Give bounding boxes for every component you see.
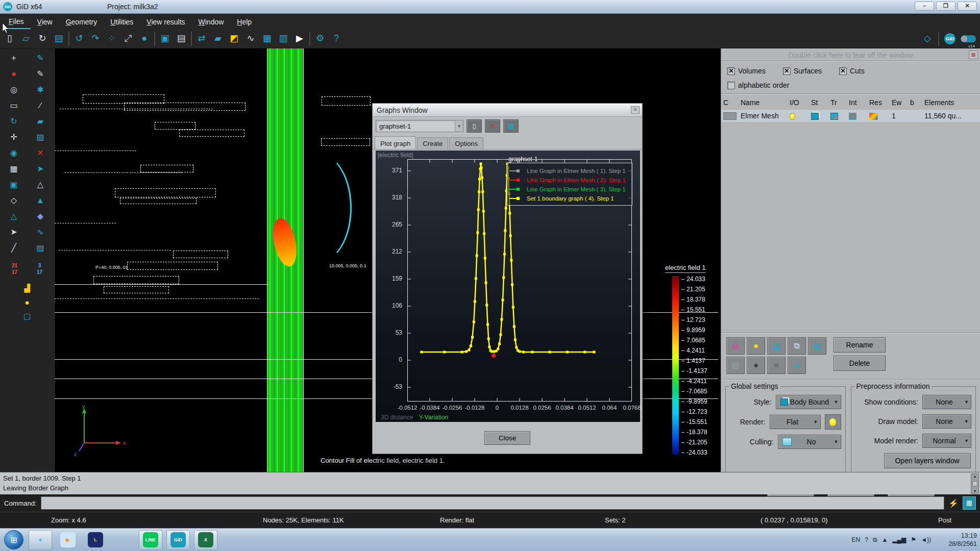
show-conditions-dropdown[interactable]: None ▼ <box>922 395 971 409</box>
delete-button[interactable]: Delete <box>834 356 886 371</box>
message-scrollbar[interactable]: ▲ ▼ <box>971 473 979 494</box>
model-render-dropdown[interactable]: Normal ▼ <box>922 434 971 448</box>
window-tray-icon[interactable]: ⧉ <box>873 536 877 543</box>
excel-icon[interactable]: X <box>194 530 217 550</box>
culling-dropdown[interactable]: No ▼ <box>778 435 841 449</box>
separator[interactable] <box>938 32 939 46</box>
rect-select-tool-icon[interactable]: ▭ <box>2 99 26 113</box>
entity-checkbox[interactable]: ✕ Cuts <box>839 67 865 75</box>
entity-checkbox[interactable]: ✕ Surfaces <box>783 67 822 75</box>
plot-area[interactable]: |electric field| graphset-1 371318265212… <box>376 151 640 422</box>
chevron-down-icon[interactable]: ▼ <box>455 120 463 132</box>
hatch-lines-icon[interactable]: ▨ <box>808 337 826 355</box>
refresh-icon[interactable]: ↻ <box>36 32 49 46</box>
delete-tool-icon[interactable]: ✕ <box>29 146 52 160</box>
visibility-bulb-icon[interactable] <box>790 113 795 120</box>
scroll-thumb[interactable] <box>972 481 977 486</box>
column-header[interactable]: Tr <box>830 98 849 107</box>
render-dropdown[interactable]: Flat ▼ <box>770 415 821 429</box>
hatch-tool-icon[interactable]: ▨ <box>29 131 52 144</box>
grid-teal-icon[interactable]: ▦ <box>767 337 786 355</box>
style-state-icon[interactable] <box>811 113 819 120</box>
star-tool-icon[interactable]: ✱ <box>29 83 52 97</box>
animation-film-icon[interactable]: ▥ <box>277 32 290 46</box>
sets-list[interactable]: CNameI/OStTrIntResEwbElements Elmer Mesh… <box>721 94 980 333</box>
interior-icon[interactable] <box>849 113 856 120</box>
pencil-tool-icon[interactable]: ✎ <box>29 52 52 65</box>
brush-tool-icon[interactable]: ▰ <box>29 115 52 129</box>
column-header[interactable]: St <box>811 98 830 107</box>
point-tool-icon[interactable]: ● <box>2 67 26 81</box>
close-button[interactable]: ✕ <box>958 2 977 11</box>
command-input[interactable] <box>41 496 944 510</box>
color-bars-icon[interactable]: ▟ <box>24 284 30 293</box>
column-header[interactable]: Elements <box>924 98 970 107</box>
help-tray-icon[interactable]: ? <box>865 536 868 543</box>
menu-item[interactable]: Utilities <box>104 15 140 29</box>
separator[interactable] <box>154 32 155 46</box>
column-header[interactable]: Res <box>869 98 892 107</box>
dialog-title-bar[interactable]: Graphs Window ✕ <box>373 104 642 117</box>
dialog-close-button[interactable]: Close <box>484 431 530 445</box>
layers-copy-icon[interactable]: ⧉ <box>788 337 806 355</box>
menu-item[interactable]: Help <box>230 15 258 29</box>
panel-close-icon[interactable]: ⊠ <box>969 51 978 59</box>
graphs-window-icon[interactable]: ∿ <box>244 32 257 46</box>
monitor-icon[interactable]: ▢ <box>23 312 31 321</box>
bulb-off-icon[interactable]: ● <box>747 357 765 374</box>
list-tool-icon[interactable]: ▤ <box>29 241 52 255</box>
x-axis-option-y-variation[interactable]: Y-Variation <box>419 414 448 421</box>
layers-plane-icon[interactable]: ▰ <box>211 32 225 46</box>
language-indicator[interactable]: EN <box>852 536 861 543</box>
entity-checkbox[interactable]: ✕ Volumes <box>727 67 766 75</box>
clear-selection-icon[interactable]: ◇ <box>921 32 934 46</box>
zoom-rotate-eye-icon[interactable]: ↺ <box>72 32 86 46</box>
menu-item[interactable]: View <box>31 15 59 29</box>
surface-tool-icon[interactable]: △ <box>2 210 26 223</box>
calculator-grid-icon[interactable]: ▦ <box>963 496 976 510</box>
checkbox-checked-icon[interactable]: ✕ <box>783 67 791 75</box>
curve-tool-icon[interactable]: ∿ <box>29 226 52 239</box>
zoom-points-eye-icon[interactable]: ⁘ <box>105 32 118 46</box>
zoom-pan-eye-icon[interactable]: ↷ <box>89 32 102 46</box>
frame-view-icon[interactable]: ▦ <box>260 32 274 46</box>
column-header[interactable]: Ew <box>892 98 910 107</box>
column-header[interactable]: b <box>910 98 924 107</box>
move-tool-icon[interactable]: + <box>2 52 26 65</box>
select-tool-icon[interactable]: ➤ <box>2 226 26 239</box>
separator[interactable] <box>309 32 310 46</box>
rename-graphset-icon[interactable]: ▤ <box>503 119 519 133</box>
new-file-icon[interactable]: ▯ <box>3 32 16 46</box>
help-question-icon[interactable]: ? <box>330 32 343 46</box>
maximize-button[interactable]: ❐ <box>936 2 955 11</box>
triangle-tool-icon[interactable]: △ <box>29 178 52 192</box>
model-viewport[interactable]: P=40, 0.005, 0110.005, 0.005, 0.1 y x z … <box>55 48 721 472</box>
rename-button[interactable]: Rename <box>834 337 886 353</box>
dialog-tab[interactable]: Create <box>417 137 448 149</box>
menu-item[interactable]: Window <box>192 15 231 29</box>
color-swatch[interactable] <box>723 112 737 120</box>
checkbox-unchecked-icon[interactable] <box>727 82 735 89</box>
zoom-tool-icon[interactable]: ◎ <box>2 83 26 97</box>
print-icon[interactable]: ▤ <box>175 32 188 46</box>
scroll-down-icon[interactable]: ▼ <box>973 489 977 493</box>
graphset-combobox[interactable]: graphset-1 ▼ <box>376 120 463 132</box>
column-header[interactable]: Name <box>741 98 790 107</box>
dialog-close-icon[interactable]: ✕ <box>631 106 640 114</box>
new-graphset-icon[interactable]: ▯ <box>467 119 482 133</box>
dialog-tab[interactable]: Plot graph <box>375 136 416 149</box>
snapshot-camera-icon[interactable]: ▣ <box>158 32 172 46</box>
pan-tool-icon[interactable]: ✛ <box>2 131 26 144</box>
media-player-icon[interactable]: ▶ <box>56 530 80 550</box>
grid-tool-icon[interactable]: ▦ <box>2 162 26 176</box>
delete-graphset-icon[interactable]: ✕ <box>485 119 500 133</box>
polygon-tool-icon[interactable]: ◇ <box>2 194 26 208</box>
taskbar-clock[interactable]: 13:19 28/8/2561 <box>948 532 977 548</box>
zoom-frame-icon[interactable]: ⤢ <box>121 32 135 46</box>
result-rainbow-icon[interactable] <box>869 113 878 120</box>
table-row[interactable]: Elmer Mesh 1 11,560 qu... <box>721 110 980 122</box>
pick-tool-icon[interactable]: ◉ <box>2 146 26 160</box>
edit-tool-icon[interactable]: ✎ <box>29 67 52 81</box>
lightning-icon[interactable]: ⚡ <box>948 498 959 508</box>
settings-gears-icon[interactable]: ⚙ <box>313 32 327 46</box>
